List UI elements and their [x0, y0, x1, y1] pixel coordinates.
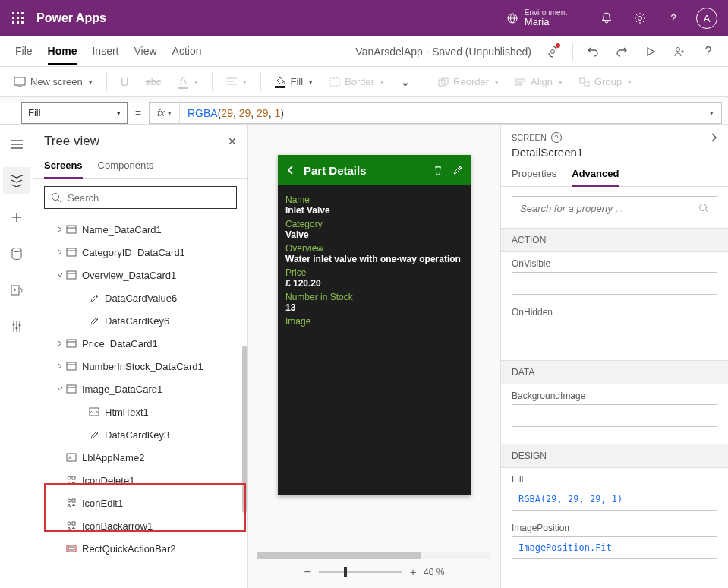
font-color-button[interactable]: A▾	[172, 70, 204, 94]
tree-scrollbar[interactable]	[242, 346, 247, 513]
waffle-button[interactable]	[6, 6, 30, 30]
back-icon[interactable]	[285, 165, 296, 175]
zoom-slider[interactable]	[319, 571, 402, 573]
field-value: 13	[285, 302, 463, 313]
rail-tree-view[interactable]	[3, 167, 30, 194]
tree-item[interactable]: RectQuickActionBar2	[33, 537, 247, 560]
menu-view[interactable]: View	[134, 39, 156, 65]
rail-insert[interactable]	[3, 204, 30, 231]
rail-data[interactable]	[3, 240, 30, 267]
delete-icon[interactable]	[433, 165, 443, 175]
field-label: Image	[285, 316, 463, 327]
tree-item[interactable]: Overview_DataCard1	[33, 264, 247, 286]
edit-icon[interactable]	[452, 165, 463, 175]
app-checker-button[interactable]	[540, 40, 565, 64]
prop-label: BackgroundImage	[512, 390, 717, 401]
avatar-button[interactable]: A	[692, 3, 722, 33]
redo-button[interactable]	[610, 40, 634, 64]
share-button[interactable]	[667, 40, 692, 64]
border-button[interactable]: Border▾	[323, 70, 390, 94]
tree-item[interactable]: IconDelete1	[33, 469, 247, 492]
reorder-button[interactable]: Reorder▾	[432, 70, 505, 94]
tree-item[interactable]: Price_DataCard1	[33, 332, 247, 355]
tree-tab-components[interactable]: Components	[98, 155, 154, 178]
svg-point-69	[700, 204, 707, 211]
tree-item[interactable]: IconBackarrow1	[33, 514, 247, 537]
undo-button[interactable]	[581, 40, 605, 64]
notifications-button[interactable]	[591, 3, 622, 33]
help-button[interactable]: ?	[658, 3, 689, 33]
props-collapse-button[interactable]	[710, 132, 717, 143]
info-icon[interactable]: ?	[551, 132, 562, 143]
prop-value-input[interactable]: ImagePosition.Fit	[512, 536, 717, 559]
tree-item[interactable]: Image_DataCard1	[33, 378, 247, 400]
svg-rect-68	[68, 547, 74, 550]
environment-picker[interactable]: Environment Maria	[497, 8, 576, 27]
menu-home[interactable]: Home	[48, 39, 77, 65]
rail-advanced-tools[interactable]	[3, 313, 30, 340]
props-tab-properties[interactable]: Properties	[512, 163, 556, 186]
fill-button[interactable]: Fill▾	[269, 70, 319, 94]
svg-rect-59	[72, 476, 75, 479]
underline-button[interactable]: U	[115, 70, 135, 94]
settings-button[interactable]	[625, 3, 655, 33]
rail-media[interactable]	[3, 277, 30, 304]
tree-item[interactable]: LblAppName2	[33, 446, 247, 469]
prop-value-input[interactable]	[512, 272, 717, 295]
prop-field: BackgroundImage	[501, 384, 728, 433]
new-screen-button[interactable]: New screen▾	[8, 70, 99, 94]
align-button[interactable]: Align▾	[509, 70, 569, 94]
field-value: Water inlet valve with one-way operation	[285, 254, 463, 264]
zoom-out-button[interactable]: −	[304, 565, 311, 579]
prop-value-input[interactable]	[512, 404, 717, 427]
tree-item[interactable]: NumberInStock_DataCard1	[33, 355, 247, 378]
tree-item[interactable]: IconEdit1	[33, 492, 247, 514]
svg-rect-25	[518, 79, 524, 81]
prop-field: FillRGBA(29, 29, 29, 1)	[501, 468, 728, 517]
tree-item[interactable]: DataCardKey3	[33, 423, 247, 446]
app-preview[interactable]: Part Details NameInlet ValveCategoryValv…	[278, 155, 471, 495]
tree-item[interactable]: CategoryID_DataCard1	[33, 241, 247, 264]
prop-value-input[interactable]: RGBA(29, 29, 29, 1)	[512, 488, 717, 511]
svg-rect-57	[67, 454, 76, 461]
tree-search-input[interactable]	[68, 192, 230, 204]
props-tab-advanced[interactable]: Advanced	[572, 163, 619, 187]
tree-item[interactable]: DataCardKey6	[33, 309, 247, 332]
expand-formula-button[interactable]: ▾	[700, 109, 721, 117]
strikethrough-button[interactable]: abc	[139, 70, 167, 94]
svg-point-39	[12, 324, 14, 326]
left-rail	[0, 125, 33, 588]
menu-file[interactable]: File	[15, 39, 33, 65]
tree-item[interactable]: DataCardValue6	[33, 286, 247, 309]
align-text-button[interactable]: ▾	[220, 70, 253, 94]
svg-text:?: ?	[670, 13, 676, 24]
prop-section-header: DATA	[501, 360, 728, 384]
preview-button[interactable]	[638, 40, 663, 64]
props-crumb-label: SCREEN	[512, 133, 547, 142]
svg-rect-62	[72, 499, 75, 502]
tree-search[interactable]	[44, 186, 237, 209]
svg-point-12	[638, 17, 642, 21]
tree-item[interactable]: HtmlText1	[33, 400, 247, 423]
menu-action[interactable]: Action	[172, 39, 202, 65]
zoom-in-button[interactable]: +	[410, 566, 416, 578]
formula-editor[interactable]: fx▾ RGBA(29, 29, 29, 1) ▾	[149, 102, 722, 124]
props-search[interactable]	[512, 196, 717, 220]
svg-point-34	[12, 248, 21, 252]
tree-tab-screens[interactable]: Screens	[44, 155, 83, 179]
svg-rect-52	[67, 362, 76, 370]
prop-value-input[interactable]	[512, 321, 717, 343]
svg-point-40	[15, 327, 17, 330]
group-button[interactable]: Group▾	[573, 70, 638, 94]
tree-close-button[interactable]: ✕	[228, 135, 237, 147]
svg-rect-65	[72, 522, 75, 525]
fx-icon: fx▾	[150, 103, 180, 123]
more-button[interactable]: ⌄	[395, 70, 416, 94]
menu-insert[interactable]: Insert	[92, 39, 118, 65]
help-button-2[interactable]: ?	[696, 40, 720, 64]
property-select[interactable]: Fill▾	[21, 102, 128, 124]
tree-item[interactable]: Name_DataCard1	[33, 218, 247, 241]
props-search-input[interactable]	[520, 203, 698, 214]
rail-hamburger[interactable]	[3, 131, 30, 158]
prop-label: OnHidden	[512, 307, 717, 318]
